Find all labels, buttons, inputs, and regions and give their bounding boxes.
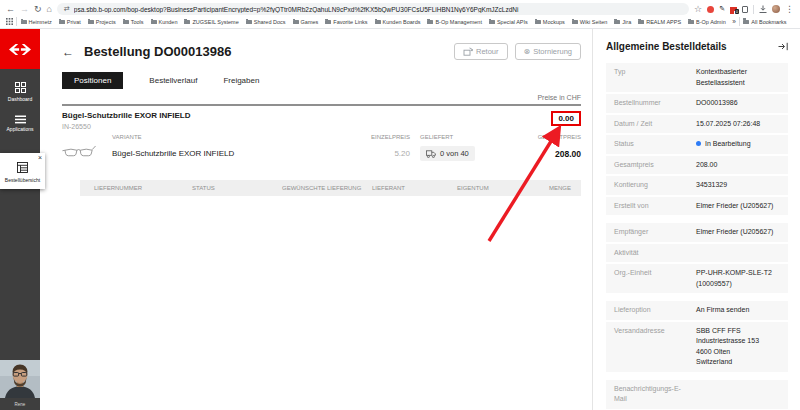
bookmark-label: Privat (67, 19, 81, 25)
bookmark-label: REALM APPS (646, 19, 681, 25)
folder-icon (21, 20, 27, 24)
tab[interactable]: Positionen (62, 72, 123, 89)
folder-icon (59, 20, 65, 24)
delivery-table-header: LIEFERNUMMER STATUS GEWÜNSCHTE LIEFERUNG… (80, 180, 581, 196)
position-row[interactable]: Bügel-Schutzbrille EXOR INFIELD 5.20 0 v… (62, 144, 581, 163)
back-arrow-icon[interactable]: ← (62, 45, 74, 59)
sidebar-item-label: Bestellübersicht (2, 177, 43, 184)
bookmark-folder[interactable]: Projects (84, 19, 119, 25)
user-avatar-block[interactable]: Rene (0, 360, 40, 408)
browser-back-icon[interactable]: ← (6, 5, 15, 14)
folder-icon (246, 20, 252, 24)
bookmark-label: Heimnetz (29, 19, 52, 25)
sidebar-item-dashboard[interactable]: Dashboard (0, 82, 40, 102)
detail-value: 15.07.2025 07:26:48 (696, 119, 780, 130)
folder-icon (325, 20, 331, 24)
detail-label: Lieferoption (614, 305, 696, 316)
close-icon[interactable]: × (38, 153, 42, 162)
tab[interactable]: Bestellverlauf (149, 72, 197, 89)
detail-row: Erstellt von Elmer Frieder (U205627) (606, 197, 788, 216)
column-einzelpreis: EINZELPREIS (315, 134, 410, 140)
tab[interactable]: Freigaben (223, 72, 259, 89)
extension-pen-icon[interactable]: ✎ (719, 5, 725, 13)
bookmark-folder[interactable]: Tools (119, 19, 147, 25)
browser-reload-icon[interactable]: ↻ (34, 5, 42, 14)
product-title: Bügel-Schutzbrille EXOR INFIELD (62, 111, 190, 120)
sidebar-item-label: Applications (7, 126, 34, 132)
detail-row: Datum / Zeit 15.07.2025 07:26:48 (606, 115, 788, 134)
detail-value: DO00013986 (696, 98, 780, 109)
folder-icon (743, 20, 749, 24)
all-bookmarks-label: All Bookmarks (751, 19, 786, 25)
applications-menu-icon (15, 115, 26, 124)
delivery-column-label: MENGE (542, 185, 571, 191)
detail-label: Aktivität (614, 248, 696, 259)
bookmarks-overflow-chevron[interactable]: » (729, 18, 739, 25)
download-icon[interactable] (759, 5, 767, 13)
browser-menu-icon[interactable]: ⋮ (785, 5, 794, 14)
browser-profile-avatar[interactable] (772, 5, 780, 13)
bookmark-folder[interactable]: Heimnetz (17, 19, 55, 25)
bookmark-folder[interactable]: Games (289, 19, 322, 25)
app-sidebar: Dashboard Applications × Bestellübersich… (0, 29, 40, 410)
bookmark-folder[interactable]: Favorite Links (322, 19, 371, 25)
detail-value: 208.00 (696, 160, 780, 171)
extension-squares-icon[interactable]: 0 (730, 7, 734, 11)
bookmark-label: Kunden (159, 19, 178, 25)
bookmark-folder[interactable]: Privat (55, 19, 84, 25)
apps-grid-icon[interactable] (6, 18, 13, 25)
detail-row: Versandadresse SBB CFF FFS Industriestra… (606, 322, 788, 372)
detail-value: Elmer Frieder (U205627) (696, 227, 780, 238)
folder-icon (489, 20, 495, 24)
detail-label: Empfänger (614, 227, 696, 238)
extension-page-icon[interactable] (742, 6, 748, 13)
bookmark-label: B-Op Management (435, 19, 481, 25)
bookmark-folder[interactable]: Wiki Seiten (568, 19, 611, 25)
detail-value: In Bearbeitung (696, 139, 780, 150)
page-header: ← Bestellung DO00013986 Retour ⊗ Stornie… (62, 43, 581, 60)
detail-value: SBB CFF FFS Industriestrasse 153 4600 Ol… (696, 326, 780, 368)
bookmark-folder[interactable]: REALM APPS (635, 19, 685, 25)
bookmark-folder[interactable]: Shared Docs (242, 19, 289, 25)
bookmark-folder[interactable]: Mockups (531, 19, 568, 25)
bookmark-folder[interactable]: ZUGSEIL Systeme (181, 19, 242, 25)
bookmark-label: Favorite Links (333, 19, 367, 25)
address-bar[interactable]: ⇄ psa.sbb.b-op.com/bop-desktop?BusinessP… (57, 3, 689, 15)
detail-row: Kontierung 34531329 (606, 176, 788, 195)
bookmark-folder[interactable]: Special APIs (485, 19, 531, 25)
detail-rows: Typ Kontextbasierter Bestellassistent Be… (606, 63, 788, 410)
main-content: ← Bestellung DO00013986 Retour ⊗ Stornie… (40, 29, 592, 410)
bookmark-star-icon[interactable]: ☆ (694, 5, 702, 14)
highlight-box: 0.00 (551, 111, 581, 126)
site-sync-icon: ⇄ (64, 5, 70, 13)
sidebar-item-label: Dashboard (8, 96, 32, 102)
bookmark-label: Mockups (543, 19, 565, 25)
sidebar-item-bestelluebersicht[interactable]: × Bestellübersicht (0, 153, 45, 189)
browser-forward-icon[interactable]: → (20, 5, 29, 14)
position-name: Bügel-Schutzbrille EXOR INFIELD (112, 149, 315, 158)
detail-row: Empfänger Elmer Frieder (U205627) (606, 223, 788, 242)
detail-label: Versandadresse (614, 326, 696, 368)
collapse-panel-icon[interactable] (778, 42, 788, 51)
detail-label: Kontierung (614, 180, 696, 191)
product-code: IN-26550 (62, 123, 190, 130)
toolbar-divider (753, 5, 754, 14)
bookmark-folder[interactable]: Kunden (147, 19, 181, 25)
detail-row: Gesamtpreis 208.00 (606, 156, 788, 175)
column-gesamtpreis: GESAMTPREIS (518, 134, 581, 140)
bookmark-folder[interactable]: Jira (611, 19, 635, 25)
bookmark-folder[interactable]: B-Op Admin (685, 19, 730, 25)
all-bookmarks[interactable]: All Bookmarks (740, 19, 790, 25)
bookmark-label: Shared Docs (254, 19, 286, 25)
sidebar-item-applications[interactable]: Applications (0, 115, 40, 133)
browser-home-icon[interactable]: ⌂ (47, 5, 52, 14)
detail-label: Gesamtpreis (614, 160, 696, 171)
bookmark-folder[interactable]: Kunden Boards (371, 19, 424, 25)
bookmark-folder[interactable]: B-Op Management (424, 19, 485, 25)
extension-red-icon[interactable] (707, 6, 714, 13)
detail-label: Status (614, 139, 696, 150)
stornierung-button[interactable]: ⊗ Stornierung (515, 43, 581, 60)
user-avatar-name: Rene (0, 402, 40, 408)
order-position-card: Bügel-Schutzbrille EXOR INFIELD IN-26550… (62, 104, 581, 196)
retour-button[interactable]: Retour (454, 43, 508, 60)
